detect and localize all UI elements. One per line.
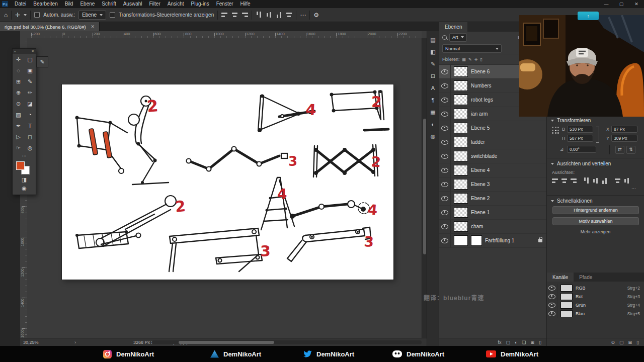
tab-pfade[interactable]: Pfade	[574, 273, 598, 282]
layer-visibility-toggle[interactable]	[439, 206, 451, 219]
layer-row[interactable]: Ebene 2	[439, 192, 546, 206]
lock-pixels-icon[interactable]: ✎	[468, 57, 472, 62]
layer-visibility-toggle[interactable]	[439, 149, 451, 163]
path-selection-tool[interactable]: ▷	[13, 131, 24, 142]
document-tab[interactable]: rigs.psd bei 30,3% (Ebene 6, RGB/8#) ✕	[0, 22, 100, 31]
social-link-discord[interactable]: DemNikoArt	[392, 346, 444, 362]
align-top-icon[interactable]	[584, 177, 589, 184]
menu-ansicht[interactable]: Ansicht	[164, 0, 188, 8]
zoom-tool[interactable]: ◎	[24, 142, 36, 153]
link-dimensions-icon[interactable]	[596, 127, 599, 143]
layer-visibility-toggle[interactable]	[439, 163, 451, 177]
edit-toolbar-icon[interactable]: ⋯	[13, 153, 36, 159]
height-field[interactable]: 587 Px	[567, 135, 593, 142]
align-left-icon[interactable]	[552, 178, 558, 184]
new-channel-icon[interactable]: ⊞	[628, 340, 632, 345]
workspace-gear-icon[interactable]: ⚙	[313, 12, 319, 18]
collapsed-panel-icon[interactable]: ✎	[431, 61, 435, 67]
collapsed-panel-icon[interactable]: A	[431, 85, 435, 92]
align-right-icon[interactable]	[570, 178, 577, 184]
menu-schrift[interactable]: Schrift	[98, 0, 119, 8]
distribute-horizontal-icon[interactable]	[286, 12, 292, 18]
clone-stamp-tool[interactable]: ⊙	[13, 98, 24, 109]
lock-transparent-icon[interactable]: ▦	[462, 57, 466, 62]
channel-row[interactable]: Blau Strg+5	[547, 309, 644, 318]
layer-row[interactable]: Ebene 1	[439, 206, 546, 220]
layer-thumbnail[interactable]	[454, 179, 468, 190]
layer-visibility-toggle[interactable]	[439, 192, 451, 205]
menu-bearbeiten[interactable]: Bearbeiten	[30, 0, 61, 8]
layer-effects-icon[interactable]: fx	[498, 340, 501, 345]
group-layers-icon[interactable]: ❏	[522, 340, 526, 345]
align-left-icon[interactable]	[221, 12, 228, 18]
layer-thumbnail[interactable]	[454, 123, 468, 133]
layer-visibility-toggle[interactable]	[439, 177, 451, 191]
align-middle-icon[interactable]	[266, 12, 272, 18]
lock-all-icon[interactable]: ▯	[480, 57, 482, 62]
load-selection-icon[interactable]: ⊙	[611, 340, 615, 345]
layer-visibility-toggle[interactable]	[439, 107, 451, 121]
menu-fenster[interactable]: Fenster	[213, 0, 237, 8]
collapsed-panel-icon[interactable]: ▦	[430, 109, 435, 116]
collapsed-panel-icon[interactable]: ◧	[430, 49, 435, 55]
tools-collapse-icon[interactable]: «	[14, 50, 16, 53]
layer-row[interactable]: ladder	[439, 135, 546, 149]
layer-row[interactable]: Ebene 4	[439, 163, 546, 177]
social-link-youtube[interactable]: DemNikoArt	[486, 346, 538, 362]
eyedropper-tool[interactable]: ✎	[24, 76, 36, 87]
share-button[interactable]: ↑	[578, 12, 599, 20]
select-subject-button[interactable]: Motiv auswählen	[552, 217, 639, 225]
vertical-scrollbar-thumb[interactable]	[423, 119, 426, 254]
horizontal-scrollbar-thumb[interactable]	[179, 341, 274, 344]
layer-thumbnail[interactable]	[454, 137, 468, 147]
align-right-icon[interactable]	[242, 12, 248, 18]
layer-thumbnail[interactable]	[454, 165, 468, 175]
quick-mask-icon[interactable]: ◨	[22, 176, 27, 183]
distribute-vertical-icon[interactable]	[624, 177, 629, 184]
align-bottom-icon[interactable]	[602, 177, 607, 184]
flip-horizontal-button[interactable]: ⇄	[615, 146, 624, 154]
blend-mode-dropdown[interactable]: Normal	[442, 44, 502, 53]
collapsed-panel-icon[interactable]: ◍	[431, 133, 436, 140]
menu-filter[interactable]: Filter	[146, 0, 164, 8]
y-position-field[interactable]: 309 Px	[611, 135, 637, 142]
align-section-header[interactable]: Ausrichten und verteilen	[551, 161, 611, 166]
tool-flyout[interactable]: ✎	[36, 56, 48, 67]
layer-row[interactable]: switchblade	[439, 149, 546, 163]
menu-hilfe[interactable]: Hilfe	[237, 0, 254, 8]
lasso-tool[interactable]: ◌	[13, 65, 24, 76]
delete-layer-icon[interactable]: ▯	[539, 340, 541, 345]
channel-row[interactable]: RGB Strg+2	[547, 284, 644, 292]
social-link-instagram[interactable]: DemNikoArt	[103, 346, 154, 362]
tools-close-icon[interactable]: ✕	[31, 49, 34, 53]
move-tool[interactable]: ✛	[13, 54, 24, 65]
social-link-artstation[interactable]: DemNikoArt	[210, 346, 261, 362]
lock-position-icon[interactable]: ✛	[474, 57, 478, 62]
artboard[interactable]: 2 4 2 3 2 2 4 4 3 3	[62, 84, 393, 280]
gradient-tool[interactable]: ▨	[13, 109, 24, 120]
layer-mask-thumbnail[interactable]	[471, 235, 482, 246]
quick-actions-header[interactable]: Schnellaktionen	[551, 198, 593, 204]
canvas-pasteboard[interactable]: 2 4 2 3 2 2 4 4 3 3	[27, 38, 422, 338]
menu-plugins[interactable]: Plug-ins	[188, 0, 213, 8]
collapsed-panel-icon[interactable]: ⊡	[431, 73, 435, 79]
ruler-origin-corner[interactable]	[20, 31, 28, 39]
delete-channel-icon[interactable]: ▯	[636, 340, 639, 345]
layer-thumbnail[interactable]	[454, 95, 468, 105]
status-chevron-icon[interactable]: ›	[74, 338, 76, 346]
menu-ebene[interactable]: Ebene	[76, 0, 98, 8]
brush-tool[interactable]: ✏	[24, 87, 36, 98]
tab-kanaele[interactable]: Kanäle	[547, 273, 574, 282]
layer-visibility-toggle[interactable]	[439, 65, 451, 78]
collapsed-panel-icon[interactable]: ◐	[431, 121, 435, 128]
horizontal-ruler[interactable]: -200 0 200 400 600 800 1000 1200 1400 16…	[27, 31, 422, 39]
social-link-twitter[interactable]: DemNikoArt	[303, 346, 354, 362]
more-options-icon[interactable]: ⋯	[300, 12, 306, 18]
x-position-field[interactable]: 87 Px	[611, 126, 637, 133]
align-top-icon[interactable]	[256, 12, 262, 18]
layer-thumbnail[interactable]	[454, 80, 468, 91]
fill-layer-swatch[interactable]	[454, 235, 468, 246]
layer-thumbnail[interactable]	[454, 221, 468, 232]
close-button[interactable]: ✕	[629, 0, 644, 8]
layer-visibility-toggle[interactable]	[439, 234, 451, 247]
